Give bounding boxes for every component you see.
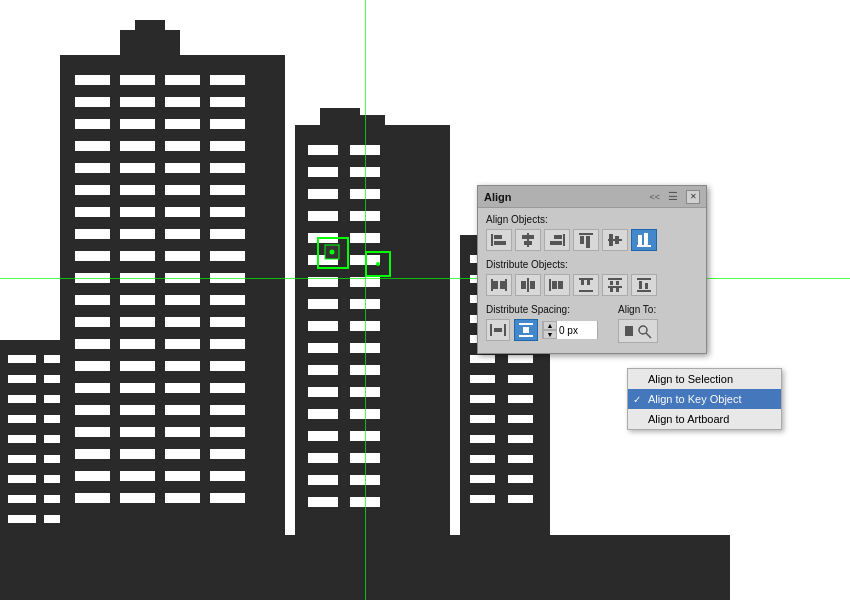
svg-rect-100 [120,493,155,503]
svg-rect-79 [75,383,110,393]
distribute-objects-label: Distribute Objects: [486,259,698,270]
dropdown-item-label: Align to Artboard [648,413,729,425]
svg-rect-193 [505,279,507,291]
panel-menu-btn[interactable]: ☰ [668,190,678,203]
svg-rect-21 [120,30,180,58]
svg-rect-105 [355,115,385,128]
svg-rect-14 [8,475,36,483]
svg-rect-157 [470,415,495,423]
align-middle-v-btn[interactable] [602,229,628,251]
svg-rect-181 [579,233,593,235]
svg-rect-86 [210,405,245,415]
spacing-h-btn[interactable] [486,319,510,341]
svg-rect-42 [210,163,245,173]
svg-rect-90 [210,427,245,437]
svg-rect-31 [75,119,110,129]
svg-rect-160 [508,435,533,443]
svg-rect-91 [75,449,110,459]
svg-rect-45 [165,185,200,195]
dist-bottom-btn[interactable] [631,274,657,296]
svg-rect-220 [625,326,633,336]
svg-rect-211 [639,281,642,289]
svg-rect-35 [75,141,110,151]
svg-rect-68 [120,317,155,327]
svg-rect-180 [550,241,562,245]
svg-rect-78 [210,361,245,371]
svg-rect-77 [165,361,200,371]
panel-collapse-btn[interactable]: << [649,192,660,202]
spinner-down[interactable]: ▼ [543,330,557,339]
svg-rect-88 [120,427,155,437]
svg-rect-64 [120,295,155,305]
svg-point-169 [330,250,335,255]
svg-rect-154 [508,375,533,383]
svg-rect-194 [527,278,529,292]
panel-close-btn[interactable]: ✕ [686,190,700,204]
svg-rect-28 [120,97,155,107]
dist-center-v-btn[interactable] [602,274,628,296]
panel-titlebar: Align << ☰ ✕ [478,186,706,208]
svg-rect-83 [75,405,110,415]
svg-rect-204 [608,278,622,280]
svg-rect-190 [491,279,493,291]
dropdown-item-label: Align to Selection [648,373,733,385]
svg-rect-134 [308,453,338,463]
svg-rect-112 [308,211,338,221]
dist-left-btn[interactable] [486,274,512,296]
svg-rect-36 [120,141,155,151]
svg-rect-76 [120,361,155,371]
align-to-dropdown-btn[interactable] [618,319,658,343]
dropdown-item-key-object[interactable]: ✓ Align to Key Object [628,389,781,409]
align-center-h-btn[interactable] [515,229,541,251]
svg-rect-158 [508,415,533,423]
align-left-btn[interactable] [486,229,512,251]
svg-rect-213 [637,290,651,292]
spacing-input[interactable] [557,321,597,339]
dist-right-btn[interactable] [544,274,570,296]
svg-rect-37 [165,141,200,151]
align-objects-row [486,229,698,251]
align-to-col: Align To: [618,304,698,343]
svg-rect-166 [508,495,533,503]
svg-rect-206 [616,281,619,285]
svg-rect-84 [120,405,155,415]
svg-rect-95 [75,471,110,481]
spacing-v-btn[interactable] [514,319,538,341]
svg-rect-26 [210,75,245,85]
dist-top-btn[interactable] [573,274,599,296]
dropdown-item-artboard[interactable]: Align to Artboard [628,409,781,429]
svg-rect-70 [210,317,245,327]
svg-rect-57 [165,251,200,261]
svg-rect-99 [75,493,110,503]
svg-rect-185 [609,234,613,246]
svg-rect-69 [165,317,200,327]
dropdown-item-selection[interactable]: Align to Selection [628,369,781,389]
svg-rect-65 [165,295,200,305]
svg-rect-132 [308,431,338,441]
bottom-section: Distribute Spacing: [486,304,698,347]
align-to-label: Align To: [618,304,698,315]
svg-rect-108 [308,167,338,177]
svg-rect-218 [519,335,533,337]
svg-rect-151 [470,355,495,363]
svg-point-171 [376,262,380,266]
align-objects-label: Align Objects: [486,214,698,225]
svg-rect-58 [210,251,245,261]
svg-rect-44 [120,185,155,195]
svg-rect-25 [165,75,200,85]
svg-rect-189 [644,233,648,245]
svg-rect-12 [8,455,36,463]
spinner-up[interactable]: ▲ [543,321,557,330]
svg-rect-27 [75,97,110,107]
align-bottom-btn[interactable] [631,229,657,251]
align-top-btn[interactable] [573,229,599,251]
svg-rect-196 [530,281,535,289]
svg-rect-18 [8,515,36,523]
svg-rect-104 [320,108,360,128]
dist-center-h-btn[interactable] [515,274,541,296]
svg-rect-208 [610,288,613,292]
align-right-btn[interactable] [544,229,570,251]
svg-rect-120 [308,299,338,309]
svg-rect-197 [549,279,551,291]
svg-rect-200 [579,278,593,280]
